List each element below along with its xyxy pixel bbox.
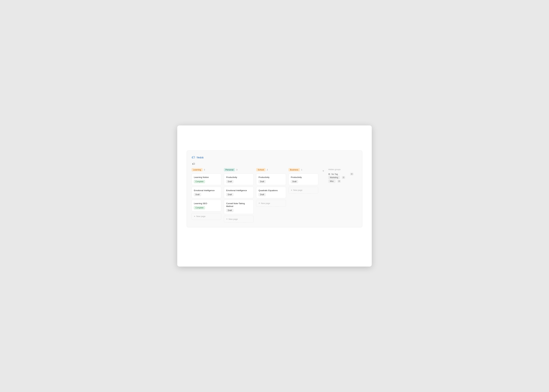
add-column-button[interactable]: +	[321, 168, 326, 173]
card-badge: Draft	[226, 180, 233, 183]
card-title: Learning SEO	[194, 202, 219, 205]
column-tag-school: School	[256, 168, 266, 171]
card-personal-0[interactable]: ProductivityDraft	[224, 174, 254, 185]
hidden-group-item-0[interactable]: ⊟No Tag0	[328, 173, 353, 176]
column-tag-learning: Learning	[191, 168, 203, 171]
columns-row: Learning3Learning NotionCompleteEmotiona…	[191, 168, 358, 223]
card-badge: Draft	[259, 193, 266, 196]
column-count-business: 1	[301, 168, 302, 171]
card-title: Productivity	[259, 176, 284, 179]
new-page-label: New page	[293, 189, 303, 191]
new-page-label: New page	[261, 202, 270, 204]
hidden-group-count: 0	[342, 176, 345, 179]
card-title: Productivity	[226, 176, 251, 179]
card-learning-2[interactable]: Learning SEOComplete	[191, 200, 221, 211]
column-business: Business1ProductivityDraft+New page	[289, 168, 318, 194]
hidden-group-count: 0	[338, 180, 341, 182]
card-badge: Draft	[194, 193, 201, 196]
card-badge: Draft	[226, 209, 233, 212]
column-personal: Personal3ProductivityDraftEmotional Inte…	[224, 168, 254, 223]
board-header: 🏷 TAGS	[191, 155, 358, 160]
card-personal-2[interactable]: Cornell Note-Taking MethodDraft	[224, 200, 254, 214]
card-learning-1[interactable]: Emotional IntelligenceDraft	[191, 187, 221, 198]
hidden-group-item-2[interactable]: Misc0	[328, 179, 353, 183]
column-count-school: 2	[267, 168, 268, 171]
column-learning: Learning3Learning NotionCompleteEmotiona…	[191, 168, 221, 220]
plus-icon: +	[226, 218, 228, 220]
card-business-0[interactable]: ProductivityDraft	[289, 174, 318, 185]
card-school-1[interactable]: Quadratic EquationsDraft	[256, 187, 286, 198]
column-header-business: Business1	[289, 168, 318, 171]
plus-icon: +	[194, 215, 195, 218]
column-school: School2ProductivityDraftQuadratic Equati…	[256, 168, 286, 207]
hidden-group-item-1[interactable]: Marketing0	[328, 176, 353, 179]
card-badge: Complete	[194, 180, 205, 183]
board-section: 🏷 TAGS 🏷 Learning3Learning NotionComplet…	[187, 151, 362, 227]
column-count-personal: 3	[236, 168, 237, 171]
no-tag-icon: ⊟	[328, 173, 330, 175]
card-title: Emotional Intelligence	[226, 189, 251, 192]
hidden-groups-panel: Hidden groups ⊟No Tag0Marketing0Misc0	[328, 168, 353, 183]
column-tag-business: Business	[289, 168, 300, 171]
new-page-label: New page	[196, 215, 205, 217]
card-badge: Complete	[194, 206, 205, 209]
new-page-button-school[interactable]: +New page	[256, 200, 286, 207]
card-badge: Draft	[259, 180, 266, 183]
card-title: Quadratic Equations	[259, 189, 284, 192]
card-badge: Draft	[291, 180, 298, 183]
hidden-groups-title: Hidden groups	[328, 168, 353, 171]
card-personal-1[interactable]: Emotional IntelligenceDraft	[224, 187, 254, 198]
card-title: Emotional Intelligence	[194, 189, 219, 192]
hidden-group-label: No Tag	[331, 173, 349, 175]
column-header-learning: Learning3	[191, 168, 221, 171]
column-header-school: School2	[256, 168, 286, 171]
card-title: Cornell Note-Taking Method	[226, 202, 251, 208]
main-window: 🏷 TAGS 🏷 Learning3Learning NotionComplet…	[177, 126, 372, 266]
new-page-button-learning[interactable]: +New page	[191, 213, 221, 220]
hidden-group-tag: Misc	[328, 180, 335, 183]
card-school-0[interactable]: ProductivityDraft	[256, 174, 286, 185]
plus-icon: +	[259, 202, 260, 205]
tag-header-icon: 🏷	[191, 155, 195, 160]
hidden-group-count: 0	[350, 173, 353, 175]
new-page-label: New page	[229, 218, 238, 220]
new-page-button-personal[interactable]: +New page	[224, 216, 254, 223]
card-title: Learning Notion	[194, 176, 219, 179]
plus-icon: +	[291, 189, 292, 192]
card-badge: Draft	[226, 193, 233, 196]
card-title: Productivity	[291, 176, 316, 179]
hidden-group-tag: Marketing	[328, 176, 340, 179]
column-count-learning: 3	[204, 168, 205, 171]
board-title: TAGS	[197, 156, 204, 159]
card-learning-0[interactable]: Learning NotionComplete	[191, 174, 221, 185]
column-header-personal: Personal3	[224, 168, 254, 171]
tag-sub-icon: 🏷	[192, 162, 358, 166]
column-tag-personal: Personal	[224, 168, 235, 171]
new-page-button-business[interactable]: +New page	[289, 187, 318, 194]
